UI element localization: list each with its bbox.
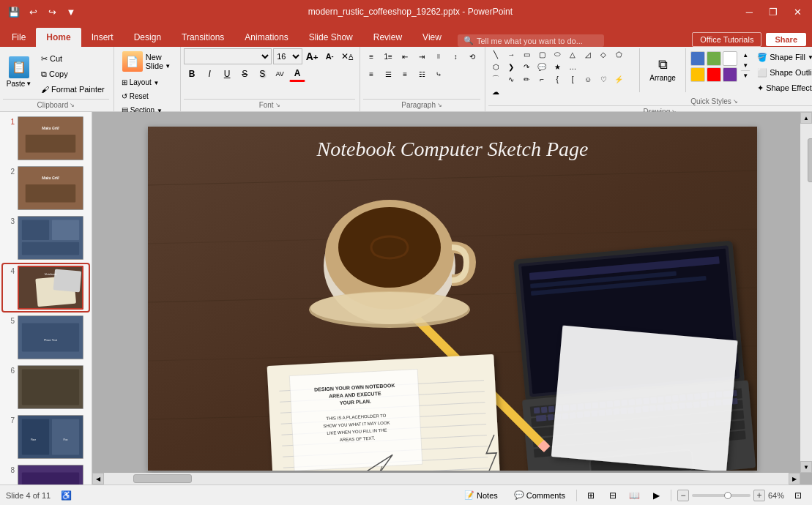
scroll-thumb-v[interactable] [808, 138, 812, 182]
paragraph-expand[interactable]: ↘ [437, 102, 442, 108]
shape-curve[interactable]: ∿ [504, 73, 518, 85]
scroll-down-button[interactable]: ▼ [800, 461, 812, 473]
tab-view[interactable]: View [412, 28, 452, 47]
slide-thumb-1[interactable]: 1 Maka Grill [3, 115, 89, 162]
shape-more[interactable]: … [565, 61, 580, 72]
undo-button[interactable]: ↩ [25, 4, 41, 20]
new-slide-button[interactable]: 📄 New Slide ▼ [117, 48, 176, 75]
shape-smiley[interactable]: ☺ [581, 73, 595, 85]
shape-line[interactable]: ╲ [488, 48, 503, 60]
columns-button[interactable]: ⫴ [431, 48, 447, 64]
arrange-button[interactable]: ⧉ Arrange [644, 48, 681, 91]
qs-green[interactable] [707, 51, 721, 66]
font-size-select[interactable]: 16 [273, 48, 302, 64]
shape-outline-button[interactable]: ⬜ Shape Outline ▼ [753, 65, 812, 80]
increase-indent-button[interactable]: ⇥ [414, 48, 430, 64]
zoom-slider-thumb[interactable] [724, 492, 731, 499]
char-spacing-button[interactable]: AV [272, 66, 288, 82]
shape-brace[interactable]: { [550, 73, 565, 85]
slide-canvas[interactable]: Notebook Computer Sketch Page [148, 127, 757, 471]
align-left-button[interactable]: ≡ [363, 66, 379, 82]
close-button[interactable]: ✕ [789, 5, 806, 19]
shape-effects-button[interactable]: ✦ Shape Effects ▼ [753, 81, 812, 95]
format-painter-button[interactable]: 🖌 Format Painter [37, 82, 109, 97]
shape-star[interactable]: ★ [550, 61, 565, 72]
italic-button[interactable]: I [201, 66, 217, 82]
paste-button[interactable]: 📋 Paste ▼ [3, 48, 35, 91]
search-box[interactable]: Tell me what you want to do... [477, 37, 583, 45]
smart-art-convert-button[interactable]: ⤷ [431, 66, 447, 82]
slide-show-button[interactable]: ▶ [649, 487, 665, 504]
zoom-out-button[interactable]: − [677, 490, 689, 501]
share-button[interactable]: Share [766, 33, 806, 46]
clear-formatting-button[interactable]: ✕A [339, 48, 355, 64]
vertical-scrollbar[interactable]: ▲ ▼ [800, 112, 812, 473]
align-right-button[interactable]: ≡ [397, 66, 413, 82]
shape-pentagon[interactable]: ⬠ [611, 48, 626, 60]
scroll-up-button[interactable]: ▲ [800, 112, 812, 124]
zoom-slider[interactable] [692, 494, 750, 497]
shape-callout[interactable]: 💬 [534, 61, 549, 72]
quick-styles-down-button[interactable]: ▼ [740, 60, 750, 70]
shape-rect[interactable]: ▭ [519, 48, 534, 60]
decrease-indent-button[interactable]: ⇤ [397, 48, 413, 64]
clipboard-expand[interactable]: ↘ [70, 102, 75, 108]
reading-view-button[interactable]: 📖 [627, 487, 643, 504]
fit-slide-button[interactable]: ⊡ [790, 487, 806, 504]
shape-lightning[interactable]: ⚡ [611, 73, 626, 85]
align-center-button[interactable]: ☰ [380, 66, 396, 82]
strikethrough-button[interactable]: S [236, 66, 253, 82]
qs-purple[interactable] [723, 67, 737, 82]
shape-connector[interactable]: ⌐ [534, 73, 549, 85]
shape-oval[interactable]: ⬭ [550, 48, 565, 60]
qs-red[interactable] [707, 67, 721, 82]
horizontal-scrollbar[interactable]: ◀ ▶ [92, 473, 800, 485]
shape-heart[interactable]: ♡ [596, 73, 611, 85]
quick-styles-up-button[interactable]: ▲ [740, 50, 750, 60]
slide-thumb-6[interactable]: 6 [3, 364, 89, 411]
font-color-button[interactable]: A [289, 66, 305, 82]
normal-view-button[interactable]: ⊞ [583, 487, 599, 504]
shape-triangle[interactable]: △ [565, 48, 580, 60]
font-name-select[interactable] [184, 48, 272, 64]
redo-button[interactable]: ↪ [44, 4, 60, 20]
tab-design[interactable]: Design [124, 28, 171, 47]
layout-button[interactable]: ⊞ Layout ▼ [117, 75, 164, 89]
shape-right-triangle[interactable]: ◿ [581, 48, 595, 60]
office-tutorials-button[interactable]: Office Tutorials [692, 32, 761, 47]
slide-thumb-7[interactable]: 7 Place Plan [3, 414, 89, 460]
slide-thumb-2[interactable]: 2 Maka Grill [3, 165, 89, 212]
customize-button[interactable]: ▼ [63, 4, 79, 20]
shape-arrow[interactable]: → [504, 48, 518, 60]
shape-diamond[interactable]: ◇ [596, 48, 611, 60]
shape-cloud[interactable]: ☁ [488, 86, 503, 97]
shape-chevron[interactable]: ❯ [504, 61, 518, 72]
shape-curved-arrow[interactable]: ↷ [519, 61, 534, 72]
qs-blue[interactable] [690, 51, 705, 66]
slide-thumb-4[interactable]: 4 Notebook [3, 264, 89, 311]
justify-button[interactable]: ☷ [414, 66, 430, 82]
scroll-right-button[interactable]: ▶ [789, 473, 800, 485]
shape-bracket[interactable]: [ [565, 73, 580, 85]
tab-animations[interactable]: Animations [234, 28, 298, 47]
tab-transitions[interactable]: Transitions [171, 28, 234, 47]
font-grow-button[interactable]: A+ [304, 48, 320, 64]
underline-button[interactable]: U [219, 66, 235, 82]
scroll-left-button[interactable]: ◀ [92, 473, 104, 485]
tab-insert[interactable]: Insert [81, 28, 124, 47]
qs-white[interactable] [723, 51, 737, 66]
reset-button[interactable]: ↺ Reset [117, 89, 153, 102]
restore-button[interactable]: ❐ [764, 5, 782, 19]
shape-rounded-rect[interactable]: ▢ [534, 48, 549, 60]
minimize-button[interactable]: ─ [742, 5, 757, 19]
tab-home[interactable]: Home [36, 28, 81, 47]
bullets-button[interactable]: ≡ [363, 48, 379, 64]
font-expand[interactable]: ↘ [275, 102, 280, 108]
shape-fill-button[interactable]: 🪣 Shape Fill ▼ [753, 50, 812, 64]
cut-button[interactable]: ✂ Cut [37, 51, 109, 66]
tab-slideshow[interactable]: Slide Show [299, 28, 363, 47]
slide-thumb-3[interactable]: 3 [3, 214, 89, 261]
direction-button[interactable]: ⟲ [464, 48, 480, 64]
comments-button[interactable]: 💬 Comments [509, 487, 570, 504]
accessibility-button[interactable]: ♿ [58, 487, 74, 504]
